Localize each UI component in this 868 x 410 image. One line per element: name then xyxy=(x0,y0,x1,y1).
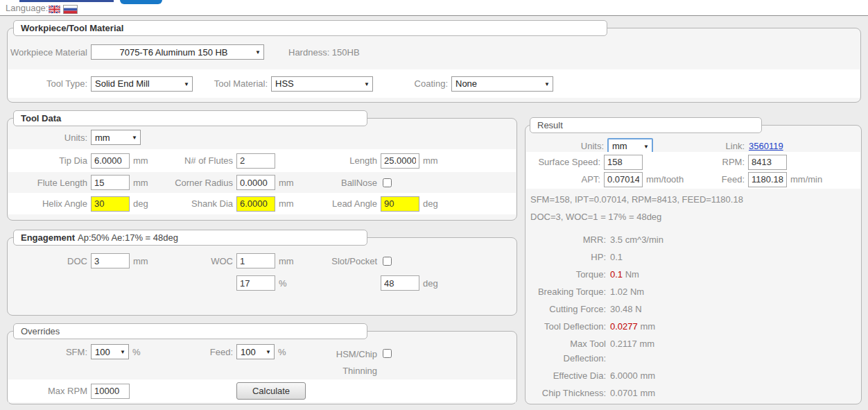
hsm-chip-checkbox[interactable] xyxy=(383,349,392,358)
lead-angle-input[interactable] xyxy=(381,196,419,212)
feed-override-label: Feed: xyxy=(162,347,233,357)
corner-radius-input[interactable] xyxy=(236,175,275,190)
ballnose-label: BallNose xyxy=(304,178,377,188)
effective-dia-row: Effective Dia: 6.0000 mm xyxy=(530,368,856,383)
ru-flag-icon[interactable] xyxy=(63,5,78,16)
result-rows: MRR: 3.5 cm^3/min HP: 0.1 Torque: 0.1 Nm… xyxy=(530,232,856,400)
flute-length-unit: mm xyxy=(133,178,148,188)
hp-row: HP: 0.1 xyxy=(530,250,856,264)
max-rpm-field: Max RPM xyxy=(10,379,130,402)
result-speeds-block: Surface Speed: RPM: APT: mm/tooth Feed: … xyxy=(526,152,860,189)
tool-units-select[interactable]: mm ▼ xyxy=(91,130,141,145)
coating-select[interactable]: None ▼ xyxy=(451,76,553,92)
coating-field: Coating: None ▼ xyxy=(304,69,553,98)
coating-label: Coating: xyxy=(304,78,448,89)
workpiece-row: Workpiece Material 7075-T6 Aluminum 150 … xyxy=(8,38,860,66)
overrides-legend: Overrides xyxy=(13,323,367,339)
result-summary-line-2: DOC=3, WOC=1 = 17% = 48deg xyxy=(530,208,856,225)
woc-label: WOC xyxy=(162,256,233,266)
shank-dia-unit: mm xyxy=(279,198,294,209)
corner-radius-unit: mm xyxy=(279,178,294,188)
workpiece-panel-legend: Workpiece/Tool Material xyxy=(13,20,607,36)
max-rpm-input[interactable] xyxy=(91,384,130,399)
tool-data-row-2: Flute Length mm Corner Radius mm BallNos… xyxy=(8,172,516,193)
hsm-chip-field: HSM/Chip Thinning xyxy=(304,344,392,375)
tool-type-value: Solid End Mill xyxy=(95,78,150,89)
woc-input[interactable] xyxy=(236,253,275,268)
helix-angle-label: Helix Angle xyxy=(10,198,87,209)
result-units-label: Units: xyxy=(528,141,604,151)
doc-input[interactable] xyxy=(91,253,130,268)
rpm-input[interactable] xyxy=(748,155,787,170)
feed-override-select[interactable]: 100 ▼ xyxy=(236,344,275,359)
tool-material-label: Tool Material: xyxy=(162,78,268,89)
flute-length-label: Flute Length xyxy=(10,178,87,188)
engagement-panel: EngagementAp:50% Ae:17% = 48deg DOC mm W… xyxy=(7,237,517,316)
uk-flag-icon[interactable] xyxy=(49,5,60,15)
overrides-panel: Overrides SFM: 100 ▼ % Feed: 100 ▼ % HSM… xyxy=(7,331,517,404)
result-units-select[interactable]: mm ▼ xyxy=(607,138,653,153)
tool-deflection-row: Tool Deflection: 0.0277 mm xyxy=(530,319,856,334)
cutting-force-row: Cutting Force: 30.48 N xyxy=(530,302,856,316)
top-tab-underline[interactable] xyxy=(19,0,114,2)
doc-label: DOC xyxy=(10,256,87,266)
engagement-legend-bold: Engagement xyxy=(21,232,75,243)
woc-percent-input[interactable] xyxy=(236,275,275,291)
tip-dia-unit: mm xyxy=(133,155,148,166)
shank-dia-label: Shank Dia xyxy=(162,198,233,209)
workpiece-material-value: 7075-T6 Aluminum 150 HB xyxy=(119,47,227,58)
coating-value: None xyxy=(455,78,477,89)
tool-material-value: HSS xyxy=(275,78,294,89)
workpiece-material-panel: Workpiece/Tool Material Workpiece Materi… xyxy=(7,28,861,103)
result-feed-input[interactable] xyxy=(748,172,787,187)
chevron-down-icon: ▼ xyxy=(132,135,137,141)
woc-percent-unit: % xyxy=(279,278,287,289)
slot-pocket-checkbox[interactable] xyxy=(383,257,392,266)
calculate-button[interactable]: Calculate xyxy=(236,382,306,400)
apt-input[interactable] xyxy=(604,172,643,187)
tool-units-row: Units: mm ▼ xyxy=(8,127,516,148)
top-tab-remnant[interactable] xyxy=(120,0,162,4)
result-feed-label: Feed: xyxy=(672,174,745,185)
flutes-field: N# of Flutes xyxy=(162,149,275,172)
lead-angle-label: Lead Angle xyxy=(304,198,377,209)
length-input[interactable] xyxy=(381,153,419,169)
chevron-down-icon: ▼ xyxy=(544,82,550,87)
tool-units-field: Units: mm ▼ xyxy=(10,127,141,148)
feed-override-field: Feed: 100 ▼ % xyxy=(162,344,286,375)
sfm-override-label: SFM: xyxy=(10,347,87,357)
flute-length-input[interactable] xyxy=(91,175,130,190)
engagement-legend: EngagementAp:50% Ae:17% = 48deg xyxy=(13,230,367,246)
overrides-row-1: SFM: 100 ▼ % Feed: 100 ▼ % HSM/Chip Thin… xyxy=(8,344,516,375)
tool-data-row-3: Helix Angle deg Shank Dia mm Lead Angle … xyxy=(8,193,516,214)
result-details: SFM=158, IPT=0.07014, RPM=8413, FEED=118… xyxy=(530,191,856,403)
woc-degrees-input[interactable] xyxy=(381,275,419,291)
workpiece-material-field: Workpiece Material 7075-T6 Aluminum 150 … xyxy=(10,38,264,66)
engagement-legend-rest: Ap:50% Ae:17% = 48deg xyxy=(78,232,178,243)
language-label: Language: xyxy=(6,3,48,13)
woc-degrees-field: deg xyxy=(304,273,438,293)
woc-field: WOC mm xyxy=(162,250,294,271)
mrr-row: MRR: 3.5 cm^3/min xyxy=(530,232,856,247)
chevron-down-icon: ▼ xyxy=(120,350,125,355)
doc-field: DOC mm xyxy=(10,250,148,271)
flutes-input[interactable] xyxy=(236,153,275,169)
surface-speed-input[interactable] xyxy=(604,155,643,170)
tip-dia-input[interactable] xyxy=(91,153,130,169)
woc-unit: mm xyxy=(279,256,294,266)
sfm-override-select[interactable]: 100 ▼ xyxy=(91,344,129,359)
result-link[interactable]: 3560119 xyxy=(749,141,783,151)
feed-override-value: 100 xyxy=(241,347,256,357)
tool-units-value: mm xyxy=(95,133,110,143)
ballnose-checkbox[interactable] xyxy=(383,178,392,187)
overrides-row-2: Max RPM Calculate xyxy=(8,379,516,402)
tool-data-legend: Tool Data xyxy=(13,110,367,126)
workpiece-material-select[interactable]: 7075-T6 Aluminum 150 HB ▼ xyxy=(91,44,264,60)
woc-degrees-unit: deg xyxy=(423,278,438,289)
flutes-label: N# of Flutes xyxy=(162,155,233,166)
helix-angle-input[interactable] xyxy=(91,196,130,212)
shank-dia-input[interactable] xyxy=(236,196,275,212)
sfm-override-field: SFM: 100 ▼ % xyxy=(10,344,141,375)
result-legend: Result xyxy=(530,117,762,133)
workpiece-material-label: Workpiece Material xyxy=(10,47,87,58)
